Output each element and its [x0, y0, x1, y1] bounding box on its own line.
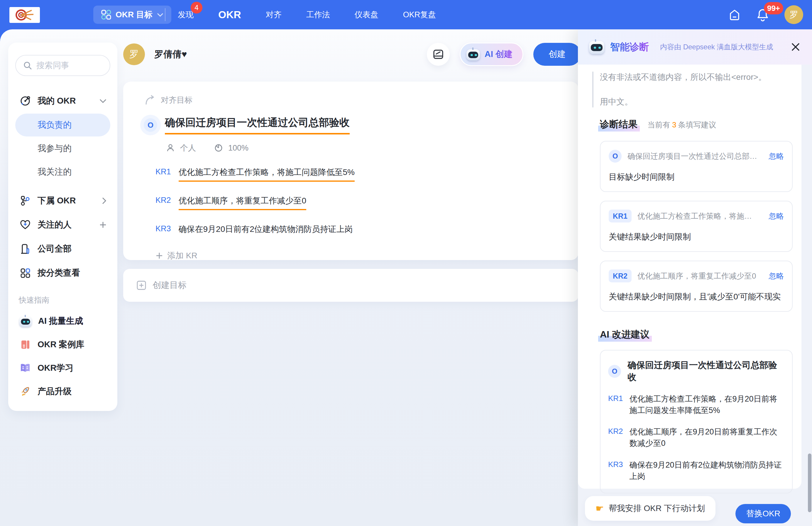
- close-panel-button[interactable]: [790, 42, 801, 52]
- diagnosis-card-kr1: KR1 优化施工方检查工作策略，将施工问题降低至5% 忽略 关键结果缺少时间限制: [600, 201, 793, 252]
- plus-icon[interactable]: [99, 221, 107, 229]
- thinking-line: 用中文。: [600, 96, 793, 108]
- user-avatar[interactable]: 罗: [784, 5, 803, 24]
- category-grid-icon: [19, 268, 32, 278]
- dartboard-logo-icon: [12, 9, 37, 22]
- diagnosis-heading-row: 诊断结果 当前有3条填写建议: [598, 118, 793, 132]
- app-logo[interactable]: [10, 7, 40, 23]
- writing-board-icon: [432, 48, 445, 60]
- panel-scrollbar-thumb[interactable]: [808, 454, 811, 512]
- panel-header: 智能诊断 内容由 Deepseek 满血版大模型生成: [578, 29, 812, 65]
- sidebar-item-okr-case-library[interactable]: OKR 案例库: [15, 333, 110, 356]
- create-button[interactable]: 创建: [533, 43, 581, 66]
- diagnosis-card-kr2: KR2 优化施工顺序，将重复工作减少至0 忽略 关键结果缺少时间限制，且'减少至…: [600, 261, 793, 312]
- diagnosis-heading: 诊断结果: [598, 118, 640, 132]
- create-objective-label: 创建目标: [153, 280, 187, 291]
- align-objective-label: 对齐目标: [161, 95, 192, 105]
- ignore-link[interactable]: 忽略: [769, 211, 784, 221]
- sidebar-item-my-okr[interactable]: 我的 OKR: [15, 89, 110, 113]
- panel-title: 智能诊断: [610, 41, 649, 54]
- suggested-kr-1: KR1 优化施工方检查工作策略，在9月20日前将施工问题发生率降低至5%: [608, 393, 784, 416]
- owner-name: 罗倩倩♥: [154, 48, 187, 60]
- kr1-text[interactable]: 优化施工方检查工作策略，将施工问题降低至5%: [179, 167, 355, 182]
- thinking-line: 没有非法或不道德内容，所以不输出<error>。: [600, 72, 793, 83]
- sidebar-item-my-participating[interactable]: 我参与的: [15, 137, 110, 160]
- home-icon[interactable]: [728, 8, 741, 21]
- sidebar-item-ai-batch-generate[interactable]: AI 批量生成: [15, 309, 110, 333]
- ai-create-button[interactable]: AI 创建: [460, 43, 523, 66]
- board-view-button[interactable]: [427, 43, 450, 66]
- kr1-badge: KR1: [609, 210, 632, 223]
- quick-action-label: 帮我安排 OKR 下行动计划: [609, 503, 705, 514]
- panel-body: 没有非法或不道德内容，所以不输出<error>。 用中文。 诊断结果 当前有3条…: [578, 65, 801, 489]
- chevron-right-icon[interactable]: [102, 197, 107, 204]
- progress-pie-icon: [214, 144, 223, 152]
- ai-diagnosis-panel: 智能诊断 内容由 Deepseek 满血版大模型生成 没有非法或不道德内容，所以…: [578, 29, 812, 526]
- robot-icon: [19, 315, 32, 327]
- kr3-text[interactable]: 确保在9月20日前有2位建构筑物消防员持证上岗: [179, 224, 353, 235]
- create-objective-card[interactable]: 创建目标: [123, 269, 579, 302]
- search-colleague-box[interactable]: [15, 55, 110, 76]
- ignore-link[interactable]: 忽略: [769, 151, 784, 161]
- search-icon: [23, 61, 32, 70]
- close-icon: [790, 42, 801, 52]
- nav-item-dashboard[interactable]: 仪表盘: [355, 10, 378, 20]
- kr3-label: KR3: [156, 224, 171, 233]
- search-input[interactable]: [37, 61, 95, 70]
- top-navbar: OKR 目标 发现 4 OKR 对齐 工作法 仪表盘 OKR复盘 99+ 罗: [0, 0, 812, 29]
- nav-item-align[interactable]: 对齐: [266, 10, 281, 20]
- nav-item-okr-review[interactable]: OKR复盘: [403, 10, 436, 20]
- quick-action-chip[interactable]: ☛ 帮我安排 OKR 下行动计划: [585, 496, 715, 521]
- owner-avatar[interactable]: 罗: [123, 43, 145, 65]
- ai-suggestion-heading: AI 改进建议: [598, 328, 652, 342]
- notifications-button[interactable]: 99+: [756, 8, 769, 22]
- purple-book-icon: [19, 363, 32, 373]
- sidebar-item-my-responsible[interactable]: 我负责的: [15, 114, 110, 137]
- ignore-link[interactable]: 忽略: [769, 271, 784, 281]
- diagnosis-card-title: 确保回迁房项目一次性通过公司总部验收: [627, 151, 759, 161]
- align-objective-link[interactable]: 对齐目标: [144, 95, 561, 106]
- ai-suggestion-card: O 确保回迁房项目一次性通过公司总部验收 KR1 优化施工方检查工作策略，在9月…: [600, 350, 793, 494]
- sidebar: 我的 OKR 我负责的 我参与的 我关注的 下属 OKR: [8, 43, 117, 411]
- objective-title[interactable]: 确保回迁房项目一次性通过公司总部验收: [165, 116, 350, 134]
- diagnosis-card-title: 优化施工顺序，将重复工作减少至0: [637, 271, 759, 281]
- plus-icon: [156, 252, 163, 259]
- heart-plus-icon: [19, 219, 32, 230]
- replace-okr-button[interactable]: 替换OKR: [736, 504, 791, 523]
- suggested-kr-3: KR3 确保在9月20日前有2位建构筑物消防员持证上岗: [608, 459, 784, 482]
- target-icon: [19, 95, 32, 107]
- progress-value[interactable]: 100%: [228, 144, 248, 153]
- ai-suggestion-heading-row: AI 改进建议: [598, 328, 793, 342]
- app-switcher-button[interactable]: OKR 目标: [93, 5, 171, 24]
- kr2-text[interactable]: 优化施工顺序，将重复工作减少至0: [179, 195, 307, 210]
- kr2-label: KR2: [156, 195, 171, 205]
- sidebar-item-my-following[interactable]: 我关注的: [15, 160, 110, 183]
- kr-row-3: KR3 确保在9月20日前有2位建构筑物消防员持证上岗: [156, 224, 561, 235]
- navbar-divider: [165, 8, 165, 21]
- nav-item-okr[interactable]: OKR: [218, 9, 241, 20]
- robot-icon: [466, 48, 480, 60]
- org-branch-icon: [19, 195, 32, 207]
- sidebar-item-subordinate-okr[interactable]: 下属 OKR: [15, 189, 110, 213]
- ai-thinking-quote: 没有非法或不道德内容，所以不输出<error>。 用中文。: [592, 72, 793, 108]
- chevron-down-icon[interactable]: [99, 98, 107, 104]
- suggested-kr-2: KR2 优化施工顺序，在9月20日前将重复工作次数减少至0: [608, 426, 784, 449]
- navbar-right: 99+ 罗: [728, 0, 803, 29]
- nav-item-methodology[interactable]: 工作法: [306, 10, 330, 20]
- sidebar-item-okr-learning[interactable]: OKR学习: [15, 356, 110, 380]
- owner-type-label[interactable]: 个人: [180, 143, 196, 153]
- sidebar-item-view-by-category[interactable]: 按分类查看: [15, 261, 110, 285]
- diagnosis-card-title: 优化施工方检查工作策略，将施工问题降低至5%: [637, 211, 759, 221]
- sidebar-item-company-all[interactable]: 公司全部: [15, 237, 110, 261]
- objective-row: O 确保回迁房项目一次性通过公司总部验收: [144, 116, 561, 134]
- quick-guide-section-label: 快速指南: [15, 285, 110, 309]
- sidebar-item-product-upgrade[interactable]: 产品升级: [15, 380, 110, 403]
- page-owner-header: 罗 罗倩倩♥: [123, 43, 187, 65]
- content-area: 我的 OKR 我负责的 我参与的 我关注的 下属 OKR: [0, 29, 812, 526]
- sidebar-item-followed-people[interactable]: 关注的人: [15, 213, 110, 237]
- add-kr-button[interactable]: 添加 KR: [156, 250, 561, 261]
- curved-arrow-icon: [144, 95, 156, 106]
- diagnosis-detail: 目标缺少时间限制: [609, 171, 784, 183]
- nav-item-discover[interactable]: 发现 4: [178, 10, 193, 20]
- company-chart-icon: [19, 243, 32, 255]
